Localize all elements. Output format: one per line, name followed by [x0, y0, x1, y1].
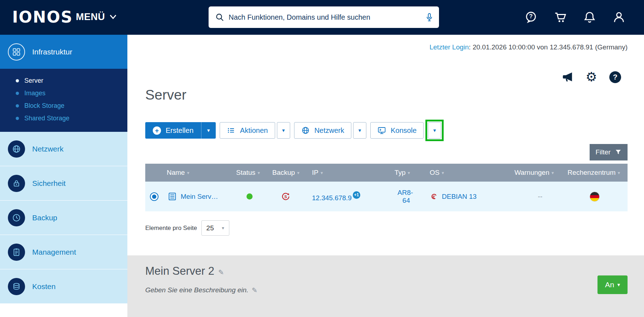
- filter-button[interactable]: Filter: [590, 144, 628, 160]
- items-per-page-select[interactable]: 25 ▾: [201, 220, 229, 236]
- submenu-item-label: Block Storage: [24, 102, 64, 110]
- table-header-row: Name ▾ Status ▾ Backup ▾ IP ▾ Typ ▾ OS ▾: [145, 164, 628, 182]
- sidebar-item-label: Infrastruktur: [32, 48, 72, 56]
- actions-dropdown-arrow[interactable]: ▾: [277, 122, 290, 139]
- detail-description-row: Geben Sie eine Beschreibung ein. ✎: [145, 286, 257, 294]
- annotation-highlight: ▾: [425, 120, 444, 141]
- search-input[interactable]: [229, 13, 420, 21]
- sidebar-item-label: Sicherheit: [32, 179, 65, 188]
- row-radio-selected[interactable]: [150, 192, 158, 201]
- column-header-warnungen[interactable]: Warnungen ▾: [519, 169, 575, 177]
- items-per-page-label: Elemente pro Seite: [145, 225, 197, 232]
- items-per-page-value: 25: [206, 224, 214, 232]
- network-button[interactable]: Netzwerk: [294, 122, 351, 139]
- column-header-os[interactable]: OS ▾: [430, 169, 519, 177]
- germany-flag-icon: [590, 192, 600, 202]
- last-login-link[interactable]: Letzter Login: [429, 43, 469, 51]
- bullet-icon: [16, 92, 19, 95]
- ip-address-link[interactable]: 12.345.678.9: [312, 194, 352, 202]
- status-online-dot: [247, 193, 253, 200]
- coins-icon: [8, 278, 25, 295]
- microphone-icon[interactable]: [425, 13, 434, 22]
- console-dropdown-arrow[interactable]: ▾: [428, 122, 441, 139]
- help-question-icon[interactable]: ?: [609, 71, 621, 83]
- sort-caret-icon: ▾: [618, 170, 620, 176]
- bullet-icon: [16, 117, 19, 120]
- row-warnings-cell: --: [519, 193, 575, 201]
- detail-description: Geben Sie eine Beschreibung ein.: [145, 286, 248, 294]
- console-button-group: Konsole ▾: [370, 120, 444, 141]
- server-name-link[interactable]: Mein Serv…: [181, 193, 218, 201]
- detail-title-row: Mein Server 2 ✎: [145, 265, 224, 278]
- power-state-label: An: [605, 280, 614, 289]
- table-row: Mein Serv… S 12.345.678.9 +1 AR8-64: [145, 182, 628, 211]
- sort-caret-icon: ▾: [408, 170, 410, 176]
- ionos-logo[interactable]: IONOS: [12, 8, 73, 26]
- sidebar-item-backup[interactable]: Backup: [0, 201, 127, 235]
- row-ip-cell: 12.345.678.9 +1: [308, 191, 397, 202]
- caret-down-icon: ▾: [282, 128, 285, 133]
- column-header-status[interactable]: Status ▾: [233, 169, 269, 177]
- bullet-icon: [16, 104, 19, 107]
- submenu-item-server[interactable]: Server: [0, 75, 127, 87]
- server-detail-panel: Mein Server 2 ✎ Geben Sie eine Beschreib…: [127, 255, 644, 317]
- user-account-icon[interactable]: [613, 11, 625, 24]
- column-header-label: Rechenzentrum: [567, 169, 615, 177]
- network-button-group: Netzwerk ▾: [294, 122, 366, 139]
- column-header-ip[interactable]: IP ▾: [308, 169, 397, 177]
- radio-dot: [152, 194, 156, 199]
- sidebar-item-infrastruktur[interactable]: Infrastruktur: [0, 35, 127, 69]
- sidebar-item-management[interactable]: Management: [0, 235, 127, 269]
- funnel-icon: [615, 149, 622, 156]
- console-button[interactable]: Konsole: [370, 122, 424, 139]
- question-glyph: ?: [525, 11, 537, 22]
- network-dropdown-arrow[interactable]: ▾: [353, 122, 366, 139]
- cart-icon[interactable]: [554, 11, 567, 24]
- submenu-item-images[interactable]: Images: [0, 87, 127, 100]
- os-label: DEBIAN 13: [442, 193, 477, 201]
- last-login: Letzter Login: 20.01.2026 10:00:00 von 1…: [429, 43, 628, 51]
- edit-title-pencil-icon[interactable]: ✎: [218, 268, 224, 276]
- sidebar-item-netzwerk[interactable]: Netzwerk: [0, 132, 127, 166]
- top-bar: IONOS MENÜ ?: [0, 0, 644, 35]
- caret-down-icon: ▾: [618, 282, 620, 288]
- sidebar-item-label: Kosten: [32, 282, 55, 291]
- power-state-button[interactable]: An ▾: [597, 275, 628, 294]
- row-backup-cell: S: [269, 192, 308, 201]
- create-dropdown-arrow[interactable]: ▾: [201, 122, 216, 139]
- caret-down-icon: ▾: [222, 226, 224, 230]
- sidebar-item-kosten[interactable]: Kosten: [0, 269, 127, 304]
- sidebar-item-sicherheit[interactable]: Sicherheit: [0, 166, 127, 201]
- column-header-label: Name: [167, 169, 185, 177]
- pagination: Elemente pro Seite 25 ▾: [145, 220, 229, 236]
- help-chat-icon[interactable]: ?: [525, 11, 537, 24]
- globe-icon: [301, 126, 310, 135]
- debian-swirl-icon: [430, 192, 439, 201]
- column-header-typ[interactable]: Typ ▾: [397, 169, 430, 177]
- column-header-rechenzentrum[interactable]: Rechenzentrum ▾: [575, 169, 628, 177]
- clock-backup-icon: [8, 209, 25, 226]
- menu-button[interactable]: MENÜ: [76, 11, 117, 23]
- column-header-label: IP: [312, 169, 318, 177]
- submenu-item-block-storage[interactable]: Block Storage: [0, 100, 127, 112]
- column-header-name[interactable]: Name ▾: [163, 169, 233, 177]
- edit-description-pencil-icon[interactable]: ✎: [252, 286, 257, 294]
- console-monitor-icon: [377, 126, 386, 135]
- bell-icon[interactable]: [583, 11, 596, 24]
- create-button[interactable]: + Erstellen: [145, 122, 201, 139]
- announcements-megaphone-icon[interactable]: [561, 71, 574, 83]
- plus-icon: +: [153, 126, 161, 135]
- sidebar: Infrastruktur Server Images Block Storag…: [0, 35, 127, 317]
- row-typ-cell[interactable]: AR8-64: [397, 189, 430, 205]
- column-header-backup[interactable]: Backup ▾: [269, 169, 308, 177]
- settings-gear-icon[interactable]: ⚙: [586, 71, 597, 83]
- search-box[interactable]: [209, 6, 439, 28]
- chevron-down-icon: [109, 15, 117, 19]
- sort-caret-icon: ▾: [441, 170, 444, 176]
- actions-button-label: Aktionen: [240, 126, 268, 135]
- ip-count-badge[interactable]: +1: [353, 191, 360, 199]
- row-os-cell[interactable]: DEBIAN 13: [430, 192, 519, 201]
- submenu-item-shared-storage[interactable]: Shared Storage: [0, 112, 127, 125]
- create-button-label: Erstellen: [166, 126, 194, 135]
- actions-button[interactable]: Aktionen: [220, 122, 275, 139]
